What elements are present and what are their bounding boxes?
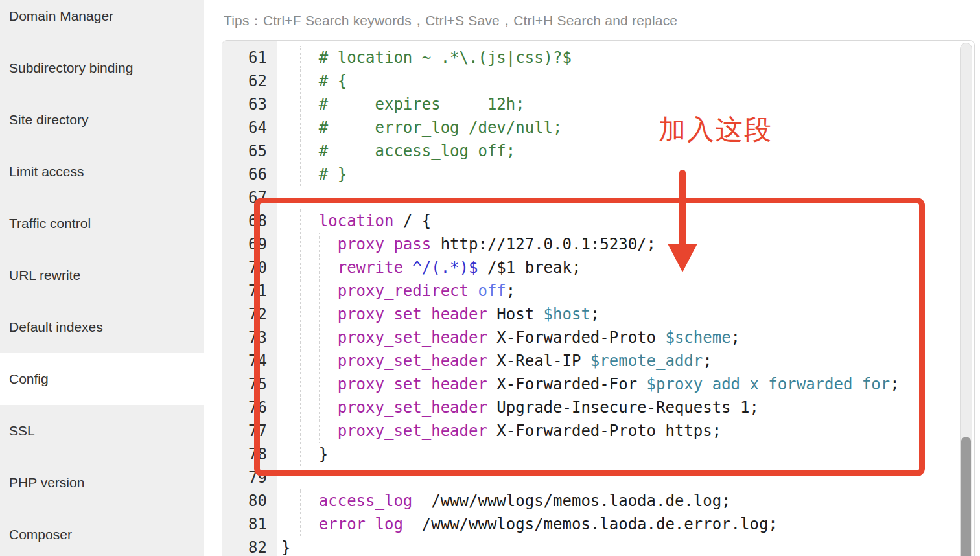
sidebar-item-url-rewrite[interactable]: URL rewrite xyxy=(0,249,204,301)
vertical-scrollbar[interactable] xyxy=(960,43,972,556)
sidebar-item-traffic-control[interactable]: Traffic control xyxy=(0,198,204,249)
code-line-81[interactable]: error_log /www/wwwlogs/memos.laoda.de.er… xyxy=(277,513,960,536)
line-number: 71 xyxy=(222,279,277,303)
code-line-69[interactable]: proxy_pass http://127.0.0.1:5230/; xyxy=(277,233,960,256)
code-token: proxy_set_header xyxy=(338,305,487,323)
code-line-71[interactable]: proxy_redirect off; xyxy=(277,279,960,303)
indent-guide xyxy=(300,46,301,69)
code-line-73[interactable]: proxy_set_header X-Forwarded-Proto $sche… xyxy=(277,326,960,349)
sidebar-item-ssl[interactable]: SSL xyxy=(0,405,204,457)
code-line-61[interactable]: # location ~ .*\.(js|css)?$ xyxy=(277,46,960,69)
indent-guide xyxy=(300,69,301,93)
sidebar: Domain ManagerSubdirectory bindingSite d… xyxy=(0,0,204,556)
code-token: X-Forwarded-Proto xyxy=(487,329,666,347)
indent-guide xyxy=(300,139,301,163)
code-line-77[interactable]: proxy_set_header X-Forwarded-Proto https… xyxy=(277,419,960,443)
code-line-75[interactable]: proxy_set_header X-Forwarded-For $proxy_… xyxy=(277,373,960,396)
sidebar-item-limit-access[interactable]: Limit access xyxy=(0,146,204,198)
indent-guide xyxy=(319,373,320,396)
code-line-67[interactable] xyxy=(277,186,960,209)
indent-guide xyxy=(300,396,301,419)
sidebar-item-config[interactable]: Config xyxy=(0,353,204,405)
code-token: X-Real-IP xyxy=(487,352,590,370)
annotation-label: 加入这段 xyxy=(659,111,773,148)
editor-tips: Tips：Ctrl+F Search keywords，Ctrl+S Save，… xyxy=(224,12,677,30)
code-line-66[interactable]: # } xyxy=(277,163,960,186)
line-number: 67 xyxy=(222,186,277,209)
code-line-72[interactable]: proxy_set_header Host $host; xyxy=(277,303,960,326)
sidebar-list: Domain ManagerSubdirectory bindingSite d… xyxy=(0,0,204,556)
sidebar-item-subdirectory-binding[interactable]: Subdirectory binding xyxy=(0,42,204,94)
line-number: 70 xyxy=(222,256,277,279)
indent-guide xyxy=(300,303,301,326)
line-number: 65 xyxy=(222,139,277,163)
code-token: http://127.0.0.1:5230/; xyxy=(431,235,656,253)
indent-guide xyxy=(300,443,301,466)
indent-guide xyxy=(319,396,320,419)
code-line-62[interactable]: # { xyxy=(277,69,960,93)
code-line-65[interactable]: # access_log off; xyxy=(277,139,960,163)
code-line-78[interactable]: } xyxy=(277,443,960,466)
indent-guide xyxy=(319,326,320,349)
scrollbar-thumb[interactable] xyxy=(961,437,971,556)
code-token: # error_log /dev/null; xyxy=(281,119,562,137)
code-line-74[interactable]: proxy_set_header X-Real-IP $remote_addr; xyxy=(277,349,960,373)
code-token: # } xyxy=(281,165,347,183)
code-token: proxy_redirect xyxy=(338,282,469,300)
code-line-68[interactable]: location / { xyxy=(277,209,960,233)
code-token: # access_log off; xyxy=(281,142,515,160)
code-token xyxy=(281,329,338,347)
code-token: # location ~ .*\.(js|css)?$ xyxy=(281,49,572,67)
code-token: access_log xyxy=(319,492,413,510)
code-line-80[interactable]: access_log /www/wwwlogs/memos.laoda.de.l… xyxy=(277,489,960,513)
sidebar-item-default-indexes[interactable]: Default indexes xyxy=(0,301,204,353)
code-token: } xyxy=(281,539,290,556)
code-token: ; xyxy=(590,305,600,323)
indent-guide xyxy=(300,233,301,256)
code-token: /www/wwwlogs/memos.laoda.de.error.log; xyxy=(403,515,778,533)
code-line-63[interactable]: # expires 12h; xyxy=(277,93,960,116)
code-line-64[interactable]: # error_log /dev/null; xyxy=(277,116,960,139)
code-token xyxy=(281,282,338,300)
line-number: 61 xyxy=(222,46,277,69)
line-number: 78 xyxy=(222,443,277,466)
line-number: 69 xyxy=(222,233,277,256)
code-line-79[interactable] xyxy=(277,466,960,489)
code-token: proxy_set_header xyxy=(338,329,487,347)
indent-guide xyxy=(319,303,320,326)
sidebar-item-domain-manager[interactable]: Domain Manager xyxy=(0,0,204,42)
indent-guide xyxy=(300,163,301,186)
line-number: 73 xyxy=(222,326,277,349)
indent-guide xyxy=(319,233,320,256)
indent-guide xyxy=(300,256,301,279)
code-token: / { xyxy=(393,212,431,230)
indent-guide xyxy=(300,349,301,373)
code-line-70[interactable]: rewrite ^/(.*)$ /$1 break; xyxy=(277,256,960,279)
line-number: 74 xyxy=(222,349,277,373)
config-editor[interactable]: 6162636465666768697071727374757677787980… xyxy=(222,40,975,556)
code-token xyxy=(469,282,478,300)
code-line-82[interactable]: } xyxy=(277,536,960,556)
sidebar-item-composer[interactable]: Composer xyxy=(0,509,204,556)
indent-guide xyxy=(319,419,320,443)
code-token: $proxy_add_x_forwarded_for xyxy=(647,375,891,393)
line-number-gutter: 6162636465666768697071727374757677787980… xyxy=(222,41,277,556)
line-number: 62 xyxy=(222,69,277,93)
sidebar-item-php-version[interactable]: PHP version xyxy=(0,457,204,509)
code-token: location xyxy=(319,212,394,230)
indent-guide xyxy=(300,373,301,396)
indent-guide xyxy=(300,209,301,233)
line-number: 68 xyxy=(222,209,277,233)
code-token xyxy=(281,235,338,253)
code-line-76[interactable]: proxy_set_header Upgrade-Insecure-Reques… xyxy=(277,396,960,419)
code-token xyxy=(403,259,412,277)
line-number: 66 xyxy=(222,163,277,186)
config-editor-textarea[interactable]: # location ~ .*\.(js|css)?$ # { # expire… xyxy=(277,41,960,556)
line-number: 75 xyxy=(222,373,277,396)
line-number: 64 xyxy=(222,116,277,139)
code-token: Upgrade-Insecure-Requests 1; xyxy=(487,399,759,417)
code-token: proxy_set_header xyxy=(338,422,487,440)
indent-guide xyxy=(300,513,301,536)
sidebar-item-site-directory[interactable]: Site directory xyxy=(0,94,204,146)
code-token xyxy=(281,399,338,417)
